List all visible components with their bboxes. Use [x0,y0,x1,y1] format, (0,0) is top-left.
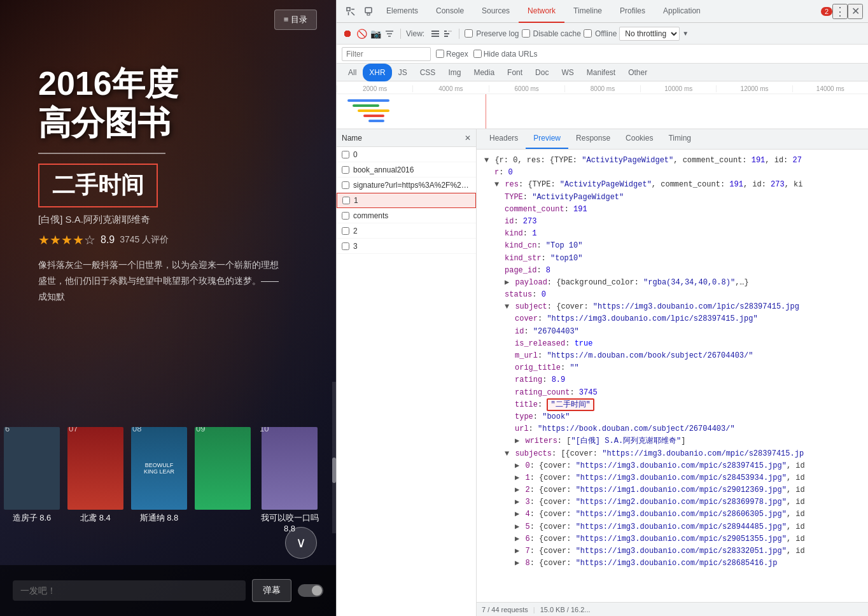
type-filter-manifest[interactable]: Manifest [580,64,622,81]
hide-data-checkbox[interactable] [473,50,482,58]
json-toggle[interactable]: ▶ [515,461,519,470]
request-item-comments[interactable]: comments [337,208,476,223]
json-toggle[interactable]: ▶ [515,559,519,568]
json-toggle[interactable]: ▶ [515,510,519,519]
detail-tab-cookies[interactable]: Cookies [618,129,661,149]
throttle-select[interactable]: No throttling [619,27,680,41]
request-checkbox[interactable] [342,181,349,189]
json-key: subject [515,302,547,311]
type-filter-all[interactable]: All [342,64,363,81]
barrage-button[interactable]: 弹幕 [252,579,291,602]
request-checkbox[interactable] [342,151,349,158]
tab-elements[interactable]: Elements [377,0,427,23]
json-key: is_released [515,339,565,348]
type-filter-js[interactable]: JS [392,64,414,81]
json-toggle[interactable]: ▼ [494,180,499,189]
request-checkbox[interactable] [342,227,349,235]
chat-input[interactable] [13,580,246,601]
json-line: ▶ 3: {cover: "https://img2.doubanio.com/… [484,496,860,508]
request-item-0[interactable]: 0 [337,147,476,162]
json-toggle[interactable]: ▶ [515,535,519,543]
menu-button[interactable]: ≡ 目录 [274,10,317,30]
preserve-log-checkbox[interactable] [465,29,473,38]
waterfall-view-icon[interactable] [442,28,454,39]
json-toggle[interactable]: ▼ [484,156,489,165]
type-filter-doc[interactable]: Doc [529,64,555,81]
json-toggle[interactable]: ▼ [505,302,509,311]
disable-cache-checkbox[interactable] [522,29,530,38]
list-item[interactable]: 08 BEOWULFKING LEAR 斯通纳 8.8 [127,427,191,533]
tab-profiles[interactable]: Profiles [611,0,654,23]
tab-timeline[interactable]: Timeline [564,0,611,23]
hide-data-urls-option[interactable]: Hide data URLs [473,50,538,59]
json-toggle[interactable]: ▶ [515,547,519,556]
json-line: r: 0 [484,167,860,179]
tab-sources[interactable]: Sources [473,0,519,23]
request-checkbox[interactable] [342,197,350,204]
json-line: ▶ 1: {cover: "https://img3.doubanio.com/… [484,472,860,484]
json-toggle[interactable]: ▶ [515,437,519,445]
json-line: ▶ 8: {cover: "https://img3.doubanio.com/… [484,557,860,570]
detail-tab-timing[interactable]: Timing [661,129,699,149]
list-item[interactable]: 07 北鸢 8.4 [64,427,127,533]
type-filter-xhr[interactable]: XHR [363,64,391,81]
filter-input[interactable] [342,47,431,61]
type-filter-css[interactable]: CSS [414,64,442,81]
close-detail-button[interactable]: ✕ [465,134,471,143]
type-filter-ws[interactable]: WS [555,64,580,81]
svg-rect-14 [444,36,448,37]
detail-tab-response[interactable]: Response [568,129,618,149]
preserve-log-option[interactable]: Preserve log [465,29,519,38]
type-filter-font[interactable]: Font [501,64,529,81]
scroll-down-button[interactable]: ∨ [285,527,317,559]
tab-application[interactable]: Application [654,0,710,23]
clear-button[interactable]: 🚫 [356,28,367,39]
type-filter-img[interactable]: Img [442,64,467,81]
detail-tab-preview[interactable]: Preview [526,129,568,149]
type-filter-other[interactable]: Other [622,64,654,81]
regex-checkbox[interactable] [436,50,444,58]
request-name: 1 [354,196,470,205]
request-item-3[interactable]: 3 [337,239,476,254]
record-button[interactable]: ⏺ [342,28,353,39]
detail-tab-headers[interactable]: Headers [482,129,526,149]
scroll-toggle[interactable] [298,584,323,597]
json-toggle[interactable]: ▶ [515,473,519,482]
request-item-2[interactable]: 2 [337,223,476,239]
regex-option[interactable]: Regex [436,50,468,59]
json-toggle[interactable]: ▶ [515,522,519,531]
disable-cache-option[interactable]: Disable cache [522,29,581,38]
more-tools-button[interactable]: ⋮ [832,4,848,19]
json-key: id [505,217,514,226]
json-line: TYPE: "ActivityPageWidget" [484,192,860,204]
json-toggle[interactable]: ▶ [515,498,519,507]
list-item[interactable]: 09 [191,427,255,533]
close-devtools-button[interactable]: ✕ [848,4,863,19]
filter-icon[interactable] [384,28,395,39]
request-name: book_annual2016 [353,165,471,174]
list-item[interactable]: 6 造房子 8.6 [0,427,64,533]
json-line: comment_count: 191 [484,204,860,216]
offline-checkbox[interactable] [584,29,592,38]
request-item-book-annual[interactable]: book_annual2016 [337,162,476,178]
json-toggle[interactable]: ▶ [515,486,519,494]
request-checkbox[interactable] [342,242,349,250]
json-key: rating_count [515,388,570,397]
tab-network[interactable]: Network [519,0,564,23]
inspect-element-icon[interactable] [342,3,360,20]
tab-console[interactable]: Console [427,0,473,23]
device-toolbar-icon[interactable] [360,3,377,20]
type-filter-media[interactable]: Media [467,64,501,81]
request-item-signature[interactable]: signature?url=https%3A%2F%2F... [337,178,476,193]
list-view-icon[interactable] [430,28,441,39]
capture-screenshots-button[interactable]: 📷 [370,28,381,39]
json-toggle[interactable]: ▶ [505,278,509,287]
list-item[interactable]: 10 我可以咬一口吗 8.8 [255,427,325,533]
offline-option[interactable]: Offline [584,29,617,38]
request-checkbox[interactable] [342,166,349,174]
request-checkbox[interactable] [342,212,349,220]
request-item-1[interactable]: 1 [337,193,476,208]
toggle-track[interactable] [298,584,323,597]
request-name: 3 [353,242,471,251]
json-toggle[interactable]: ▼ [505,449,509,458]
